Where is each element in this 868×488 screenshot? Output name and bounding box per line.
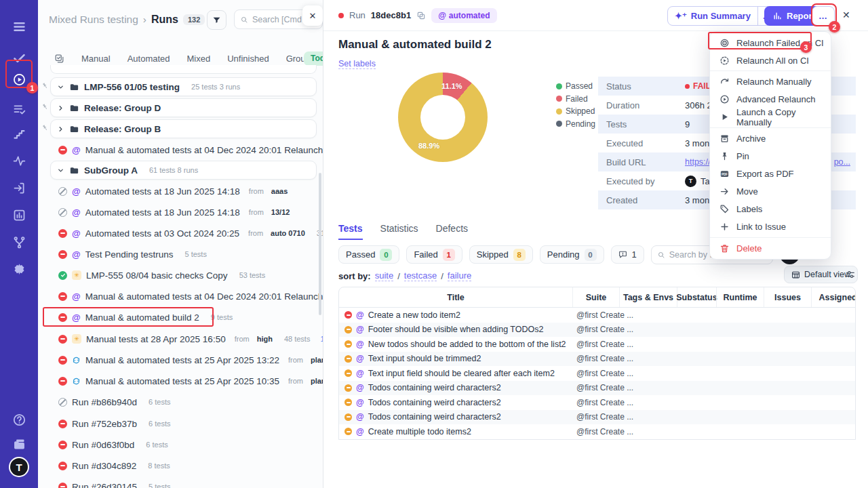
set-labels-link[interactable]: Set labels xyxy=(338,59,376,69)
app-root: T Mixed Runs testing › Runs 132 ✕ Manual… xyxy=(0,0,868,488)
run-row[interactable]: @Automated tests at 18 Jun 2025 14:18fro… xyxy=(38,203,323,222)
folder-row[interactable]: Release: Group B xyxy=(38,119,323,138)
tab-tests[interactable]: Tests xyxy=(338,223,363,240)
tab-automated[interactable]: Automated xyxy=(127,54,170,64)
detail-close-button[interactable]: ✕ xyxy=(842,9,850,20)
left-scrollbar-thumb[interactable] xyxy=(319,173,321,315)
chip-pending[interactable]: Pending0 xyxy=(540,245,604,264)
column-header-title[interactable]: Title xyxy=(339,287,572,307)
panel-close-button[interactable]: ✕ xyxy=(302,5,323,26)
sidebar-item-pulse[interactable] xyxy=(0,149,38,172)
failed-status-icon xyxy=(58,229,67,238)
annotation-badge-3: 3 xyxy=(800,41,812,53)
sidebar-item-branches[interactable] xyxy=(0,230,38,253)
sort-link-testcase[interactable]: testcase xyxy=(404,270,437,281)
build-url-link[interactable]: https:// xyxy=(685,157,711,167)
run-summary-button[interactable]: ✦⁺Run Summary … xyxy=(667,6,777,26)
breadcrumb-project[interactable]: Mixed Runs testing xyxy=(49,14,138,26)
comments-chip[interactable]: 1 xyxy=(611,245,644,264)
menu-item-labels[interactable]: Labels xyxy=(710,201,831,218)
tab-unfinished[interactable]: Unfinished xyxy=(227,54,269,64)
menu-item-advanced-relaunch[interactable]: Advanced Relaunch xyxy=(710,91,831,108)
column-header-substatus[interactable]: Substatus xyxy=(677,287,716,307)
filter-button[interactable] xyxy=(207,10,226,30)
folder-card[interactable]: LMP-556 01/05 testing25 tests 3 runs xyxy=(50,77,317,96)
chip-skipped[interactable]: Skipped8 xyxy=(469,245,533,264)
table-row[interactable]: @Create a new todo item2@first Create ..… xyxy=(339,308,855,323)
sort-link-failure[interactable]: failure xyxy=(448,270,471,281)
table-row[interactable]: @Todos containing weird characters2@firs… xyxy=(339,395,855,410)
column-header-tags-envs[interactable]: Tags & Envs xyxy=(619,287,677,307)
sidebar-avatar[interactable]: T xyxy=(9,457,29,477)
donut-skipped-label: 88.9% xyxy=(418,142,439,150)
build-url-link-end[interactable]: po... xyxy=(834,157,856,167)
folder-row[interactable]: LMP-556 01/05 testing25 tests 3 runs xyxy=(38,77,323,96)
folder-card[interactable]: Release: Group D xyxy=(50,98,317,117)
tab-defects[interactable]: Defects xyxy=(436,223,468,240)
tab-statistics[interactable]: Statistics xyxy=(380,223,418,240)
run-row[interactable]: @Manual & automated build 29 tests xyxy=(38,308,323,327)
sidebar-item-checks[interactable] xyxy=(0,46,38,69)
sidebar-item-import[interactable] xyxy=(0,176,38,199)
run-row[interactable]: Manual & automated tests at 25 Apr 2025 … xyxy=(38,350,323,369)
run-row[interactable]: Run #26d301455 tests xyxy=(38,477,323,488)
folder-row[interactable]: Release: Group D xyxy=(38,98,323,117)
sidebar-item-projects[interactable] xyxy=(0,432,38,455)
chip-failed[interactable]: Failed1 xyxy=(406,245,462,264)
automated-badge[interactable]: @automated xyxy=(431,8,496,23)
folder-card[interactable]: Release: Group B xyxy=(50,119,317,138)
run-row[interactable]: Run #b86b940d6 tests xyxy=(38,392,323,411)
table-row[interactable]: @New todos should be added to the bottom… xyxy=(339,337,855,352)
search-icon xyxy=(240,16,248,24)
folder-row[interactable]: SubGroup A61 tests 8 runs xyxy=(38,161,323,180)
run-row[interactable]: @Automated tests at 18 Jun 2025 14:18fro… xyxy=(38,182,323,201)
run-row[interactable]: Manual & automated tests at 25 Apr 2025 … xyxy=(38,371,323,390)
table-row[interactable]: @Todos containing weird characters2@firs… xyxy=(339,381,855,396)
copy-icon[interactable] xyxy=(416,11,426,20)
menu-item-delete[interactable]: Delete xyxy=(710,239,831,257)
sidebar-item-settings[interactable] xyxy=(0,258,38,281)
run-row[interactable]: Run #0d63f0bd6 tests xyxy=(38,435,323,454)
sort-link-suite[interactable]: suite xyxy=(375,270,393,281)
sidebar-item-test-plans[interactable] xyxy=(0,98,38,121)
run-row[interactable]: @Manual & automated tests at 04 Dec 2024… xyxy=(38,140,323,159)
menu-item-export-as-pdf[interactable]: PDFExport as PDF xyxy=(710,165,831,182)
menu-item-relaunch-manually[interactable]: Relaunch Manually xyxy=(710,73,831,90)
menu-item-relaunch-all-on-ci[interactable]: Relaunch All on CI xyxy=(710,52,831,69)
table-row[interactable]: @Todos containing weird characters2@firs… xyxy=(339,410,855,425)
table-row[interactable]: @Create multiple todo items2@first Creat… xyxy=(339,424,855,439)
table-row[interactable]: @Text input should be trimmed2@first Cre… xyxy=(339,352,855,367)
column-header-suite[interactable]: Suite xyxy=(572,287,619,307)
menu-item-relaunch-failed-on-ci[interactable]: Relaunch Failed on CI xyxy=(710,34,831,52)
sidebar-item-analytics[interactable] xyxy=(0,203,38,226)
column-header-issues[interactable]: Issues xyxy=(764,287,811,307)
run-row[interactable]: Run #752eb37b6 tests xyxy=(38,414,323,433)
tab-mixed[interactable]: Mixed xyxy=(187,54,211,64)
folder-card[interactable]: SubGroup A61 tests 8 runs xyxy=(50,161,317,180)
chip-passed[interactable]: Passed0 xyxy=(338,245,399,264)
run-row[interactable]: ✳LMP-555 08/04 basic checks Copy53 tests xyxy=(38,266,323,285)
menu-item-pin[interactable]: Pin xyxy=(710,147,831,165)
menu-item-link-to-issue[interactable]: Link to Issue xyxy=(710,218,831,236)
menu-item-move[interactable]: Move xyxy=(710,183,831,201)
column-header-runtime[interactable]: Runtime xyxy=(716,287,764,307)
run-row[interactable]: ✳Manual tests at 28 Apr 2025 16:50fromhi… xyxy=(38,329,323,348)
select-all-icon[interactable] xyxy=(54,54,64,64)
column-header-assigned-to[interactable]: Assigned To xyxy=(811,287,856,307)
run-row[interactable]: @Automated tests at 03 Oct 2024 20:25fro… xyxy=(38,224,323,243)
run-row[interactable]: @Test Pending testruns5 tests xyxy=(38,245,323,264)
table-row[interactable]: @Footer should be visible when adding TO… xyxy=(339,323,855,338)
column-settings-icon[interactable] xyxy=(845,269,856,280)
run-list: LMP-556 01/05 testing25 tests 3 runsRele… xyxy=(38,65,323,488)
sidebar-item-help[interactable] xyxy=(0,408,38,431)
table-row[interactable]: @Text input field should be cleared afte… xyxy=(339,366,855,381)
run-row[interactable]: Run #d304c8928 tests xyxy=(38,456,323,475)
sidebar-item-menu[interactable] xyxy=(0,15,38,38)
menu-item-archive[interactable]: Archive xyxy=(710,129,831,147)
automated-test-icon: @ xyxy=(356,310,364,320)
run-row[interactable]: @Manual & automated tests at 04 Dec 2024… xyxy=(38,287,323,306)
tab-todo[interactable]: Todo xyxy=(304,52,323,66)
menu-item-launch-a-copy-manually[interactable]: Launch a Copy Manually xyxy=(710,108,831,126)
sidebar-item-milestones[interactable] xyxy=(0,122,38,145)
tab-manual[interactable]: Manual xyxy=(81,54,111,64)
